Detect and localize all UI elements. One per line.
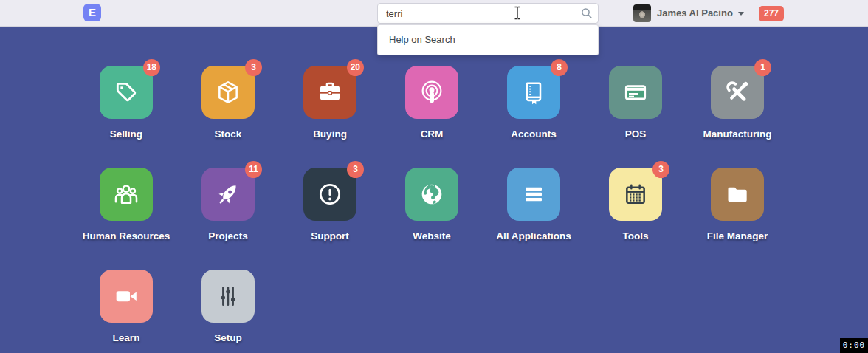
folder-icon [723,179,752,209]
app-tile-buying[interactable]: 20 [303,66,356,119]
app-tile-pos[interactable] [609,66,662,119]
app-tile-tools[interactable]: 3 [609,168,662,221]
app-tile-support[interactable]: 3 [303,168,356,221]
count-badge: 20 [347,59,364,76]
app-label: Manufacturing [703,128,772,140]
app-tile-setup[interactable] [202,270,255,323]
menu-icon [519,179,548,209]
app-tile-stock[interactable]: 3 [202,66,255,119]
app-label: Learn [113,332,140,343]
help-on-search-item[interactable]: Help on Search [378,25,598,55]
app-label: Selling [110,128,142,140]
search-input[interactable] [377,3,599,24]
calendar-icon [621,179,650,209]
app-label: Projects [208,230,247,241]
app-tile-crm[interactable] [405,66,458,119]
app-label: Support [311,230,349,241]
globe-icon [417,179,447,209]
app-logo[interactable]: E [83,4,101,21]
tag-icon [111,78,141,107]
app-label: POS [625,128,647,140]
global-search [377,3,599,24]
count-badge: 8 [551,59,568,76]
video-timer: 0:00 [840,338,868,353]
app-label: Stock [215,128,242,140]
top-navbar: E James Al Pacino 277 [0,0,868,27]
count-badge: 3 [347,161,364,178]
app-label: Accounts [511,128,557,140]
podcast-icon [417,78,447,107]
search-dropdown: Help on Search [377,24,599,55]
wrench-screwdriver-icon [723,78,752,107]
user-name-label: James Al Pacino [657,7,733,18]
people-icon [111,179,141,209]
app-label: Human Resources [83,230,170,241]
app-tile-website[interactable] [405,168,458,221]
app-tile-all-applications[interactable] [507,168,560,221]
chevron-down-icon [738,12,744,16]
app-label: Setup [214,332,242,343]
count-badge: 11 [245,161,262,178]
alert-circle-icon [315,179,345,209]
briefcase-icon [315,78,345,107]
app-label: Buying [313,128,347,140]
credit-card-icon [621,78,650,107]
count-badge: 3 [245,59,262,76]
grid-row-2: Human Resources 11 Projects 3 [75,168,788,241]
app-tile-accounts[interactable]: 8 [507,66,560,119]
app-label: Website [413,230,451,241]
grid-row-3: Learn Setup [75,270,788,343]
sliders-icon [213,281,243,311]
app-tile-manufacturing[interactable]: 1 [711,66,764,119]
text-cursor-icon [514,6,521,20]
user-avatar[interactable] [633,4,651,22]
app-label: File Manager [707,230,768,241]
grid-row-1: 18 Selling 3 Sto [75,66,788,140]
app-tile-learn[interactable] [100,270,153,323]
rocket-icon [213,179,243,209]
count-badge: 1 [754,59,771,76]
app-tile-selling[interactable]: 18 [100,66,153,119]
desk-icon-grid: 18 Selling 3 Sto [0,27,788,353]
ledger-book-icon [519,78,548,107]
app-tile-file-manager[interactable] [711,168,764,221]
count-badge: 18 [143,59,160,76]
app-tile-human-resources[interactable] [100,168,153,221]
box-icon [213,78,243,107]
user-menu[interactable]: James Al Pacino [657,0,744,27]
count-badge: 3 [652,161,669,178]
app-label: All Applications [496,230,571,241]
app-label: CRM [421,128,444,140]
app-tile-projects[interactable]: 11 [202,168,255,221]
app-label: Tools [623,230,649,241]
video-camera-icon [111,281,141,311]
notification-count-badge[interactable]: 277 [759,6,784,21]
